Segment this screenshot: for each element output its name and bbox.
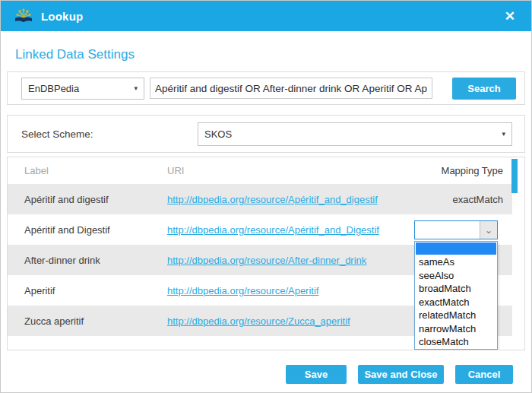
close-icon[interactable]: ✕	[502, 8, 518, 24]
save-button[interactable]: Save	[286, 365, 347, 384]
mapping-type-select[interactable]: ⌄	[414, 220, 498, 239]
dropdown-option[interactable]: relatedMatch	[415, 309, 497, 322]
lookup-dialog: Lookup ✕ Linked Data Settings EnDBPedia …	[0, 0, 532, 393]
dropdown-option[interactable]: narrowMatch	[415, 322, 497, 336]
col-header-label: Label	[24, 165, 167, 176]
section-title: Linked Data Settings	[15, 47, 531, 62]
search-query-input[interactable]	[150, 78, 432, 99]
row-label: Apéritif and Digestif	[24, 224, 167, 236]
row-label: Zucca aperitif	[24, 315, 167, 327]
row-label: After-dinner drink	[24, 255, 167, 266]
resource-link[interactable]: http://dbpedia.org/resource/After-dinner…	[167, 255, 366, 266]
table-row: Apéritif and digestif http://dbpedia.org…	[8, 184, 512, 214]
col-header-uri: URI	[167, 165, 389, 176]
resource-link[interactable]: http://dbpedia.org/resource/Zucca_aperit…	[167, 315, 350, 327]
table-header-row: Label URI Mapping Type	[8, 157, 512, 184]
datasource-selected-value: EnDBPedia	[28, 83, 79, 94]
scheme-panel: Select Scheme: SKOS ▾	[7, 115, 525, 153]
dialog-title: Lookup	[41, 10, 83, 23]
dropdown-option[interactable]: exactMatch	[415, 296, 497, 309]
lookup-logo-icon	[14, 7, 33, 25]
dropdown-option[interactable]: seeAlso	[415, 269, 497, 283]
footer-actions: Save Save and Close Cancel	[1, 365, 531, 384]
dropdown-option[interactable]: broadMatch	[415, 282, 497, 296]
datasource-select[interactable]: EnDBPedia ▾	[21, 78, 144, 100]
results-table: Label URI Mapping Type Apéritif and dige…	[7, 157, 525, 350]
search-panel: EnDBPedia ▾ Search	[7, 71, 525, 105]
scheme-selected-value: SKOS	[204, 128, 232, 140]
title-bar: Lookup ✕	[1, 1, 531, 31]
chevron-down-icon: ⌄	[480, 221, 497, 239]
resource-link[interactable]: http://dbpedia.org/resource/Apéritif_and…	[167, 194, 378, 205]
mapping-type-selected-value	[415, 221, 480, 239]
cancel-button[interactable]: Cancel	[455, 365, 513, 384]
caret-down-icon: ▾	[134, 84, 138, 92]
save-and-close-button[interactable]: Save and Close	[358, 365, 444, 384]
scheme-select[interactable]: SKOS ▾	[198, 122, 512, 146]
dropdown-option-blank-highlighted[interactable]	[416, 242, 496, 255]
col-header-mapping-type: Mapping Type	[389, 165, 503, 176]
scheme-label: Select Scheme:	[21, 128, 198, 140]
resource-link[interactable]: http://dbpedia.org/resource/Apéritif_and…	[167, 224, 379, 236]
vertical-scrollbar-thumb[interactable]	[511, 159, 518, 193]
row-mapping-value: exactMatch	[389, 194, 503, 205]
search-button[interactable]: Search	[452, 78, 516, 100]
row-label: Aperitif	[24, 285, 167, 296]
row-label: Apéritif and digestif	[24, 194, 167, 205]
resource-link[interactable]: http://dbpedia.org/resource/Aperitif	[167, 285, 318, 296]
dropdown-option[interactable]: closeMatch	[415, 335, 497, 349]
mapping-type-dropdown-list: sameAs seeAlso broadMatch exactMatch rel…	[414, 241, 498, 350]
dropdown-option[interactable]: sameAs	[415, 255, 497, 269]
caret-down-icon: ▾	[502, 130, 505, 138]
